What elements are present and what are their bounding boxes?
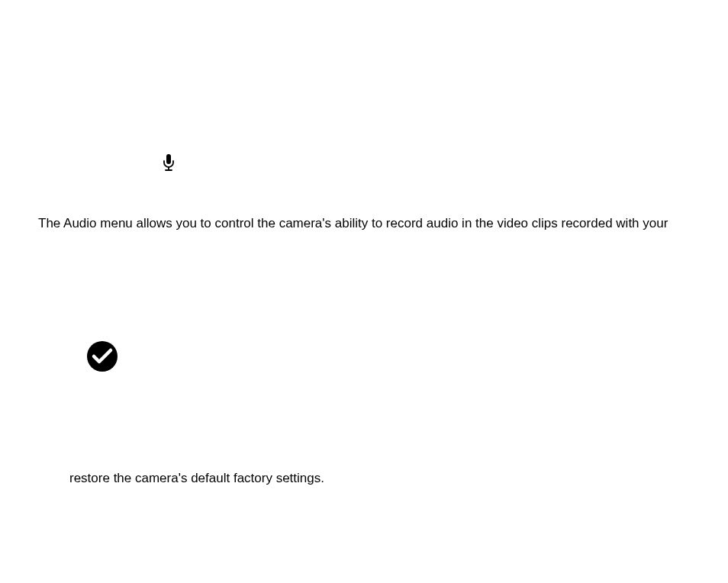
audio-menu-description: The Audio menu allows you to control the… — [38, 214, 710, 233]
checkmark-circle-icon — [86, 340, 118, 372]
microphone-icon — [163, 154, 175, 172]
svg-rect-0 — [166, 154, 171, 164]
reset-description: restore the camera's default factory set… — [69, 469, 680, 488]
